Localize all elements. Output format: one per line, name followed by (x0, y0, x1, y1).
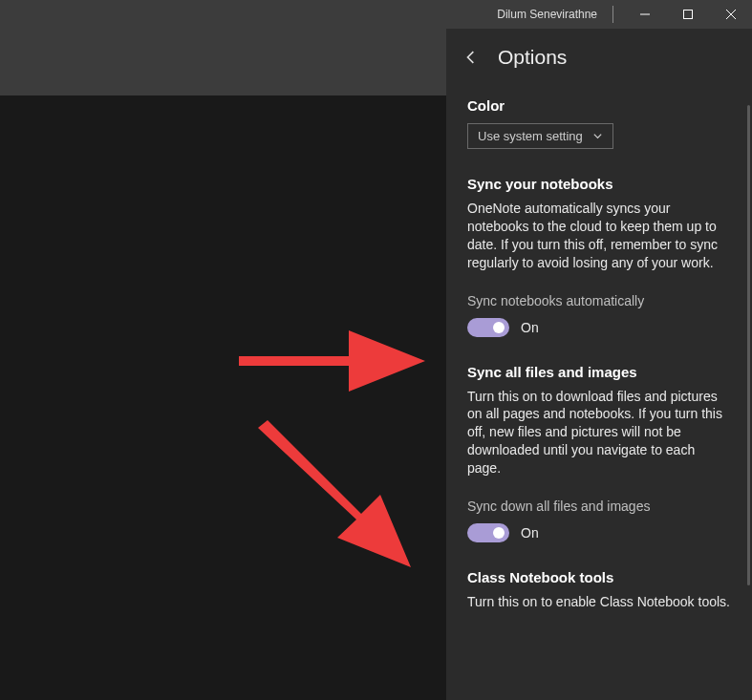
sync-notebooks-toggle-state: On (521, 320, 539, 335)
pane-title: Options (498, 46, 567, 69)
chevron-down-icon (592, 131, 603, 141)
minimize-button[interactable] (623, 0, 666, 29)
sync-notebooks-toggle-row: Sync notebooks automatically On (467, 293, 731, 337)
close-icon (726, 10, 736, 19)
pane-header: Options (446, 29, 752, 86)
sync-files-toggle[interactable] (467, 523, 509, 542)
title-bar: Dilum Senevirathne (0, 0, 752, 29)
sync-files-toggle-row: Sync down all files and images On (467, 498, 731, 542)
close-button[interactable] (709, 0, 752, 29)
sync-notebooks-section: Sync your notebooks OneNote automaticall… (467, 176, 731, 337)
color-heading: Color (467, 97, 731, 114)
maximize-icon (683, 10, 693, 19)
chevron-left-icon (464, 51, 478, 64)
toggle-knob (493, 322, 505, 333)
color-dropdown[interactable]: Use system setting (467, 123, 613, 149)
sync-notebooks-toggle[interactable] (467, 318, 509, 337)
sync-files-heading: Sync all files and images (467, 364, 731, 380)
back-button[interactable] (460, 46, 483, 69)
username-label: Dilum Senevirathne (497, 8, 597, 21)
class-notebook-desc: Turn this on to enable Class Notebook to… (467, 593, 731, 611)
sync-files-desc: Turn this on to download files and pictu… (467, 388, 731, 477)
sync-notebooks-desc: OneNote automatically syncs your noteboo… (467, 200, 731, 272)
sync-notebooks-heading: Sync your notebooks (467, 176, 731, 192)
window-controls (623, 0, 752, 29)
class-notebook-heading: Class Notebook tools (467, 569, 731, 585)
color-section: Color Use system setting (467, 97, 731, 149)
class-notebook-section: Class Notebook tools Turn this on to ena… (467, 569, 731, 611)
titlebar-divider (612, 6, 613, 23)
scrollbar[interactable] (747, 105, 750, 585)
minimize-icon (640, 10, 650, 19)
maximize-button[interactable] (666, 0, 709, 29)
sync-files-toggle-label: Sync down all files and images (467, 498, 731, 514)
options-pane: Options Color Use system setting Sync yo… (446, 29, 752, 700)
color-dropdown-value: Use system setting (478, 129, 583, 143)
pane-scroll-area[interactable]: Color Use system setting Sync your noteb… (446, 86, 752, 700)
sync-notebooks-toggle-label: Sync notebooks automatically (467, 293, 731, 308)
sync-files-section: Sync all files and images Turn this on t… (467, 364, 731, 542)
svg-rect-1 (683, 11, 692, 19)
sync-files-toggle-state: On (521, 525, 539, 541)
toggle-knob (493, 527, 505, 539)
